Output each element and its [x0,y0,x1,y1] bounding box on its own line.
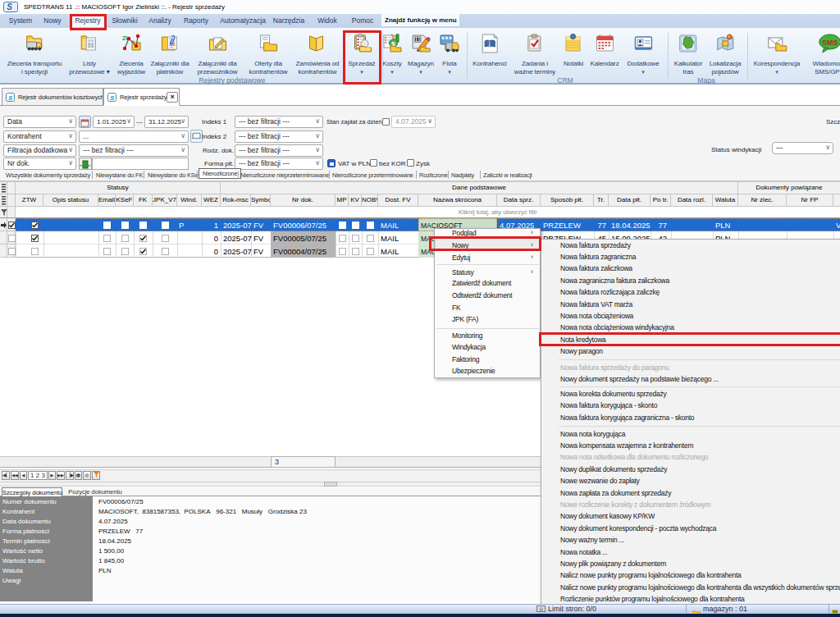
svg-text:S: S [110,94,115,101]
svg-text:«: « [80,162,83,167]
svg-text:S: S [8,94,13,101]
svg-text:S: S [7,2,12,11]
svg-text:SMS: SMS [822,39,838,47]
svg-text:»: » [88,162,91,167]
